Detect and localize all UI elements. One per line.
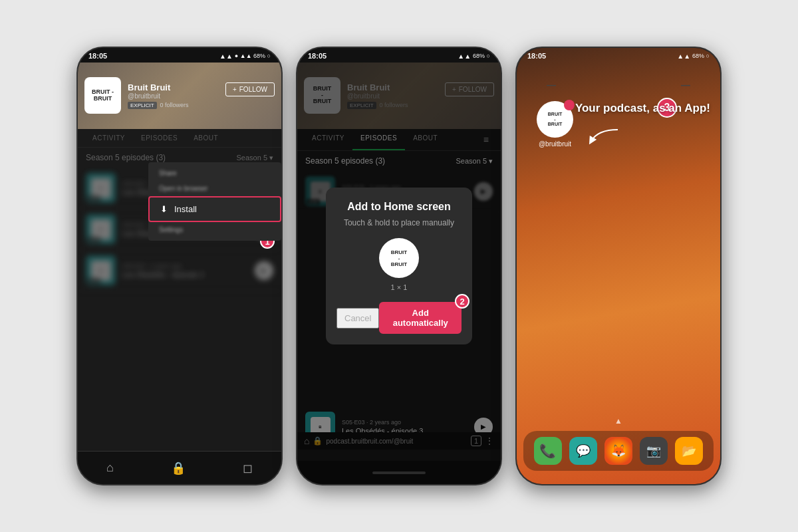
status-bar-1: 18:05 ▲▲ ● ▲▲ 68% ○	[78, 48, 281, 63]
app-icon-logo: BRUIT-BRUIT	[548, 112, 562, 127]
podcast-info-1: Bruit Bruit @bruitbruit EXPLICIT 0 follo…	[128, 82, 189, 109]
status-bar-2: 18:05 ▲▲ 68% ○	[297, 48, 501, 63]
status-icons-2: ▲▲ 68% ○	[458, 53, 490, 60]
tab-activity-1[interactable]: ACTIVITY	[84, 129, 133, 147]
time-1: 18:05	[88, 52, 107, 60]
dock-camera-icon[interactable]: 📷	[640, 437, 668, 465]
battery-1: ● ▲▲ 68% ○	[235, 53, 271, 59]
status-bar-3: 18:05 ▲▲ 68% ○	[517, 48, 720, 63]
dashes-topleft: —	[547, 80, 556, 90]
dashes-topright: —	[681, 80, 690, 90]
install-icon-1: ⬇	[160, 204, 168, 214]
phone-3: 18:05 ▲▲ 68% ○ BRUIT-BRUIT @bruitbruit 3	[515, 47, 722, 485]
follow-icon-1: +	[233, 86, 237, 93]
phone-3-wrapper: 18:05 ▲▲ 68% ○ BRUIT-BRUIT @bruitbruit 3	[515, 47, 722, 485]
explicit-badge-1: EXPLICIT	[128, 102, 157, 109]
followers-1: 0 followers	[160, 102, 189, 108]
lock-icon-1[interactable]: 🔒	[171, 461, 186, 475]
episode-item-3: B 2:17 S05·E03 · 2 years ago Les Obsédés…	[78, 250, 281, 291]
dialog-backdrop-2: Add to Home screen Touch & hold to place…	[297, 48, 501, 484]
podcast-header-1: BRUIT - BRUIT Bruit Bruit @bruitbruit EX…	[78, 63, 281, 129]
dropdown-overlay-1: Share Open in browser ⬇ Install Settings	[148, 162, 281, 241]
step-badge-2: 2	[455, 294, 469, 309]
bottom-nav-1: ⌂ 🔒 ◻	[78, 451, 281, 484]
podcast-app-icon[interactable]: BRUIT-BRUIT	[537, 101, 573, 138]
status-icons-3: ▲▲ 68% ○	[677, 53, 710, 60]
add-to-home-dialog: Add to Home screen Touch & hold to place…	[326, 188, 472, 344]
chevron-icon-1: ▾	[269, 154, 273, 162]
dock-firefox-icon[interactable]: 🦊	[604, 437, 632, 465]
signal-icon-3: ▲▲	[677, 53, 690, 60]
tabs-icon-1[interactable]: ◻	[243, 461, 253, 475]
signal-icon-2: ▲▲	[458, 53, 471, 60]
status-icons-1: ▲▲ ● ▲▲ 68% ○	[219, 53, 271, 60]
nav-indicator-3: ▲	[614, 416, 622, 426]
dialog-buttons: Cancel Add automatically 2	[336, 302, 462, 334]
tab-episodes-1[interactable]: EPISODES	[133, 129, 186, 147]
ep-thumb-3: B 2:17	[86, 255, 116, 285]
battery-3: 68% ○	[692, 53, 710, 59]
home-icon-1[interactable]: ⌂	[106, 461, 114, 475]
play-btn-3[interactable]: ▶	[255, 261, 273, 280]
phone1-content: 18:05 ▲▲ ● ▲▲ 68% ○ BRUIT - BRUIT Bruit …	[78, 48, 281, 484]
tab-about-1[interactable]: ABOUT	[186, 129, 226, 147]
follow-btn-1[interactable]: + FOLLOW	[225, 82, 275, 96]
phone2-content: 18:05 ▲▲ 68% ○ BRUIT-BRUIT Bruit Bruit @…	[297, 48, 501, 484]
add-automatically-button[interactable]: Add automatically	[379, 302, 462, 334]
time-3: 18:05	[527, 52, 546, 60]
ep-thumb-2: B 2:45	[86, 214, 116, 244]
ep-thumb-1: B 3:22	[86, 173, 116, 203]
signal-icon-1: ▲▲	[219, 53, 233, 60]
dock-phone-icon[interactable]: 📞	[534, 437, 562, 465]
dialog-title: Add to Home screen	[336, 201, 462, 213]
annotation-text-3: Your podcast, as an App!	[575, 101, 710, 116]
phone-1-wrapper: 18:05 ▲▲ ● ▲▲ 68% ○ BRUIT - BRUIT Bruit …	[76, 47, 283, 485]
dialog-size: 1 × 1	[336, 283, 462, 291]
season-select-1[interactable]: Season 5 ▾	[237, 154, 273, 162]
phone-2: 18:05 ▲▲ 68% ○ BRUIT-BRUIT Bruit Bruit @…	[296, 47, 502, 485]
app-label: @bruitbruit	[539, 140, 571, 148]
dock-files-icon[interactable]: 📂	[675, 437, 703, 465]
dialog-subtitle: Touch & hold to place manually	[336, 218, 462, 227]
header-overlay-1: BRUIT - BRUIT Bruit Bruit @bruitbruit EX…	[84, 77, 189, 114]
phone3-content: 18:05 ▲▲ 68% ○ BRUIT-BRUIT @bruitbruit 3	[517, 48, 720, 484]
notification-dot	[564, 100, 575, 110]
home-dock-3: 📞 💬 🦊 📷 📂	[523, 431, 714, 471]
podcast-logo-1: BRUIT - BRUIT	[84, 77, 121, 114]
ep-info-3: S05·E03 · 2 years ago Les Obsédés - épis…	[122, 263, 248, 279]
annotation-arrow-3	[578, 124, 631, 154]
dock-message-icon[interactable]: 💬	[569, 437, 597, 465]
podcast-handle-1: @bruitbruit	[128, 92, 189, 100]
phone-2-wrapper: 18:05 ▲▲ 68% ○ BRUIT-BRUIT Bruit Bruit @…	[296, 47, 502, 485]
nav-tabs-1: ACTIVITY EPISODES ABOUT	[78, 129, 281, 148]
cancel-button[interactable]: Cancel	[336, 308, 379, 329]
phone-1: 18:05 ▲▲ ● ▲▲ 68% ○ BRUIT - BRUIT Bruit …	[76, 47, 283, 485]
time-2: 18:05	[308, 52, 327, 60]
podcast-name-1: Bruit Bruit	[128, 82, 189, 92]
install-item-1[interactable]: ⬇ Install	[148, 196, 281, 222]
podcast-badges-1: EXPLICIT 0 followers	[128, 102, 189, 109]
battery-2: 68% ○	[473, 53, 490, 59]
blurred-area-1: Season 5 episodes (3) Season 5 ▾ B 3:22	[78, 148, 281, 291]
home-icons-area: BRUIT-BRUIT @bruitbruit	[537, 101, 573, 148]
dialog-icon: BRUIT-BRUIT	[379, 238, 419, 278]
